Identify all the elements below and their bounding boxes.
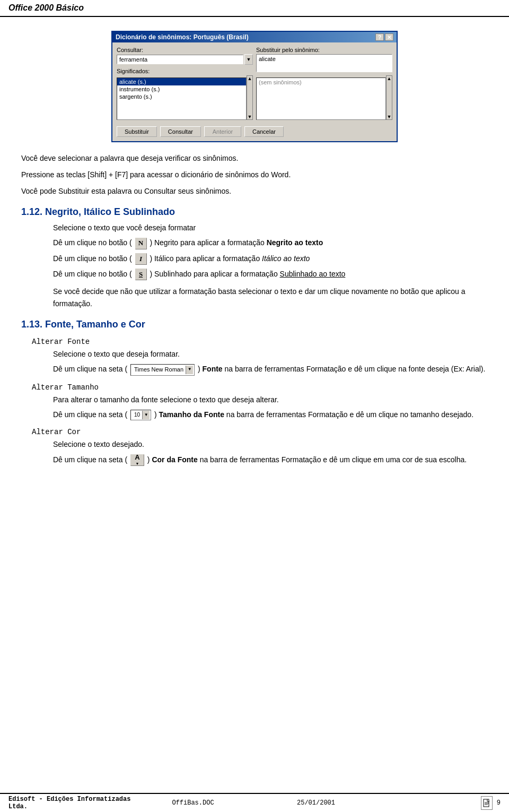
alterar-fonte-heading: Alterar Fonte bbox=[21, 338, 488, 346]
footer-left-text: Edisoft - Edições Informatizadas Ltda. bbox=[8, 796, 131, 810]
tamanho-step2-bold: Tamanho da Fonte bbox=[159, 410, 224, 419]
step3-post: ) Itálico para aplicar a formatação bbox=[150, 254, 260, 263]
consultar-label: Consultar: bbox=[117, 47, 253, 53]
step2-pre: Dê um clique no botão ( bbox=[53, 238, 132, 247]
tamanho-dropdown-value: 10 bbox=[132, 412, 142, 418]
italico-button-icon: I bbox=[135, 253, 147, 265]
tamanho-step2-pre: Dê um clique na seta ( bbox=[53, 410, 127, 419]
list-item-2[interactable]: sargento (s.) bbox=[117, 93, 246, 100]
tamanho-step2-post: na barra de ferramentas Formatação e dê … bbox=[226, 410, 473, 419]
dialog-buttons-row: Substituir Consultar Anterior Cancelar bbox=[112, 124, 397, 141]
significados-list-container: alicate (s.) instrumento (s.) sargento (… bbox=[117, 75, 253, 120]
footer-page-number: 9 bbox=[497, 799, 501, 807]
tamanho-step2-line: Dê um clique na seta ( 10 ▼ ) Tamanho da… bbox=[21, 409, 488, 420]
fonte-step2-post: na barra de ferramentas Formatação e dê … bbox=[225, 365, 486, 373]
step4-pre: Dê um clique no botão ( bbox=[53, 270, 132, 278]
step-negrito-line: Dê um clique no botão ( N ) Negrito para… bbox=[53, 237, 488, 249]
alterar-cor-heading: Alterar Cor bbox=[21, 428, 488, 436]
main-content: Dicionário de sinônimos: Português (Bras… bbox=[0, 17, 509, 501]
dialog-titlebar: Dicionário de sinônimos: Português (Bras… bbox=[112, 32, 397, 42]
document-icon bbox=[483, 799, 490, 807]
consultar-button[interactable]: Consultar bbox=[160, 126, 201, 137]
footer-page: 9 bbox=[378, 796, 501, 810]
negrito-button-icon: N bbox=[135, 238, 147, 249]
page-footer: Edisoft - Edições Informatizadas Ltda. O… bbox=[0, 793, 509, 812]
step-italico-line: Dê um clique no botão ( I ) Itálico para… bbox=[53, 253, 488, 265]
consultar-dropdown-btn[interactable]: ▼ bbox=[244, 54, 253, 65]
dialog-close-btn[interactable]: ✕ bbox=[385, 33, 393, 41]
substituir-button[interactable]: Substituir bbox=[117, 126, 157, 137]
cor-step2-post: na barra de ferramentas Formatação e dê … bbox=[200, 455, 467, 464]
fonte-step2-line: Dê um clique na seta ( Times New Roman ▼… bbox=[21, 363, 488, 375]
section-112-body: Selecione o texto que você deseja format… bbox=[21, 222, 488, 309]
step2-post: ) Negrito para aplicar a formatação bbox=[150, 238, 264, 247]
scroll-up-btn[interactable]: ▲ bbox=[248, 76, 252, 81]
scroll-down-btn[interactable]: ▼ bbox=[248, 114, 252, 119]
significados-label: Significados: bbox=[117, 68, 253, 74]
section-113-title: 1.13. Fonte, Tamanho e Cor bbox=[21, 319, 488, 330]
svg-rect-0 bbox=[484, 799, 489, 807]
footer-center-text: OffiBas.DOC bbox=[131, 799, 254, 807]
consultar-input[interactable]: ferramenta bbox=[117, 55, 243, 64]
fonte-step2-pre: Dê um clique na seta ( bbox=[53, 365, 127, 373]
page-header: Office 2000 Básico bbox=[0, 0, 509, 17]
significados-scrollbar[interactable]: ▲ ▼ bbox=[247, 75, 253, 120]
scroll-up-btn-r[interactable]: ▲ bbox=[387, 76, 392, 81]
scroll-down-btn-r[interactable]: ▼ bbox=[387, 114, 392, 119]
cor-step2-pre: Dê um clique na seta ( bbox=[53, 455, 127, 464]
dialog-right-col: Substituir pelo sinônimo: alicate (sem s… bbox=[256, 47, 392, 120]
consultar-input-row: ferramenta ▼ bbox=[117, 54, 253, 65]
fonte-dropdown-value: Times New Roman bbox=[132, 365, 186, 375]
anterior-button[interactable]: Anterior bbox=[204, 126, 241, 137]
header-title: Office 2000 Básico bbox=[8, 3, 84, 12]
substituir-label: Substituir pelo sinônimo: bbox=[256, 47, 392, 53]
sublinhado-button-icon: S bbox=[135, 269, 147, 280]
cor-step1: Selecione o texto desejado. bbox=[21, 438, 488, 450]
step4-underline: Sublinhado ao texto bbox=[280, 270, 346, 278]
dialog-title: Dicionário de sinônimos: Português (Bras… bbox=[116, 33, 249, 41]
footer-date: 25/01/2001 bbox=[254, 799, 378, 807]
significados-listbox[interactable]: alicate (s.) instrumento (s.) sargento (… bbox=[117, 77, 247, 120]
sinonimos-scrollbar[interactable]: ▲ ▼ bbox=[386, 75, 392, 120]
cor-step2-bold: Cor da Fonte bbox=[152, 455, 197, 464]
tamanho-step1: Para alterar o tamanho da fonte selecion… bbox=[21, 394, 488, 405]
sinonimos-list-with-scroll: (sem sinônimos) ▲ ▼ bbox=[256, 75, 392, 120]
fonte-step2-mid: ) bbox=[198, 365, 203, 373]
section-112-title: 1.12. Negrito, Itálico E Sublinhado bbox=[21, 206, 488, 218]
dialog-help-btn[interactable]: ? bbox=[375, 33, 384, 41]
footer-page-icon bbox=[481, 796, 493, 810]
step4-post: ) Sublinhado para aplicar a formatação bbox=[150, 270, 277, 278]
tamanho-step2-mid: ) bbox=[154, 410, 159, 419]
list-item-1[interactable]: instrumento (s.) bbox=[117, 85, 246, 93]
cancelar-button[interactable]: Cancelar bbox=[244, 126, 284, 137]
tamanho-dropdown-arrow[interactable]: ▼ bbox=[142, 411, 150, 419]
intro-text-1: Você deve selecionar a palavra que desej… bbox=[21, 153, 488, 164]
cor-step2-line: Dê um clique na seta ( A ▼ ) Cor da Font… bbox=[21, 454, 488, 466]
tamanho-dropdown[interactable]: 10 ▼ bbox=[130, 410, 151, 420]
font-color-a-letter: A bbox=[135, 454, 139, 461]
sinonimos-list-container: (sem sinônimos) ▲ ▼ bbox=[256, 75, 392, 120]
fonte-dropdown-arrow[interactable]: ▼ bbox=[186, 366, 193, 374]
fonte-step1: Selecione o texto que deseja formatar. bbox=[21, 348, 488, 360]
alterar-tamanho-heading: Alterar Tamanho bbox=[21, 383, 488, 392]
substituir-input[interactable]: alicate bbox=[256, 54, 392, 72]
step3-italic: Itálico ao texto bbox=[262, 254, 310, 263]
dialog-title-buttons: ? ✕ bbox=[375, 33, 393, 41]
list-item-0[interactable]: alicate (s.) bbox=[117, 78, 246, 85]
font-color-arrow[interactable]: ▼ bbox=[136, 461, 139, 467]
intro-text-3: Você pode Substituir esta palavra ou Con… bbox=[21, 186, 488, 197]
step2-bold: Negrito ao texto bbox=[267, 238, 323, 247]
dialog-screenshot: Dicionário de sinônimos: Português (Bras… bbox=[111, 31, 398, 142]
section-112-note: Se você decide que não que utilizar a fo… bbox=[53, 286, 488, 309]
dialog-body: Consultar: ferramenta ▼ Significados: al… bbox=[112, 42, 397, 124]
step-sublinhado-line: Dê um clique no botão ( S ) Sublinhado p… bbox=[53, 268, 488, 280]
step3-pre: Dê um clique no botão ( bbox=[53, 254, 132, 263]
step-select-text: Selecione o texto que você deseja format… bbox=[53, 222, 488, 234]
sinonimos-listbox[interactable]: (sem sinônimos) bbox=[256, 77, 386, 120]
cor-da-fonte-button[interactable]: A ▼ bbox=[130, 454, 144, 466]
dialog-left-col: Consultar: ferramenta ▼ Significados: al… bbox=[117, 47, 253, 120]
fonte-step2-bold: Fonte bbox=[203, 365, 223, 373]
fonte-dropdown[interactable]: Times New Roman ▼ bbox=[130, 364, 195, 376]
intro-text-2: Pressione as teclas [Shift] + [F7] para … bbox=[21, 169, 488, 180]
